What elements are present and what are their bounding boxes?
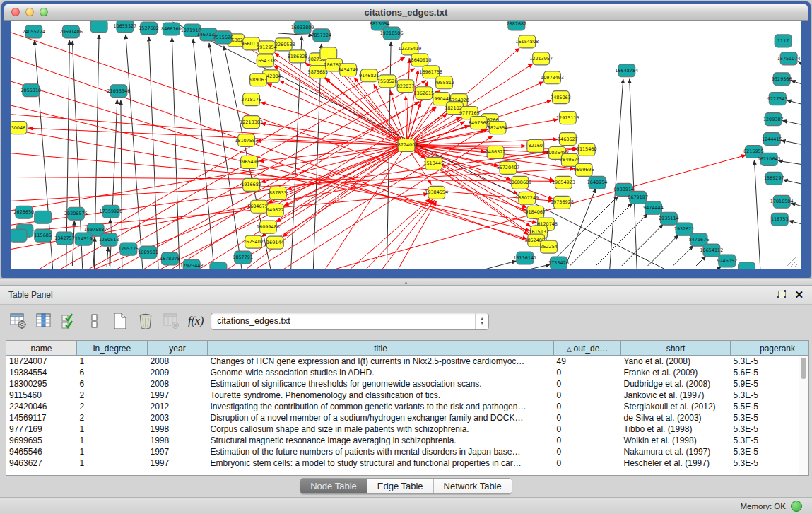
graph-node[interactable]: 12213383	[240, 116, 263, 129]
graph-node[interactable]: 1916682	[241, 178, 261, 191]
graph-node[interactable]: 9227343	[767, 93, 788, 105]
column-header-name[interactable]: name	[6, 341, 77, 356]
graph-node[interactable]	[35, 211, 52, 223]
window-titlebar[interactable]: citations_edges.txt	[4, 4, 808, 21]
graph-node[interactable]: 115685	[34, 229, 52, 242]
graph-node[interactable]: 1609581	[138, 246, 158, 259]
graph-node[interactable]: 10655327	[113, 21, 136, 33]
graph-node[interactable]	[210, 262, 227, 269]
graph-node[interactable]: 1654338	[255, 54, 276, 67]
table-settings-icon[interactable]	[7, 310, 30, 332]
graph-node[interactable]: 2935114	[659, 212, 679, 225]
graph-node[interactable]: 2687682	[507, 21, 527, 30]
graph-node[interactable]: 7485063	[551, 91, 571, 104]
table-row[interactable]: 911546021997Tourette syndrome. Phenomeno…	[6, 390, 809, 401]
graph-node[interactable]: 9474444	[643, 201, 664, 214]
graph-node[interactable]: 114519	[75, 233, 93, 245]
graph-node[interactable]: 12213957	[529, 52, 553, 65]
new-table-icon[interactable]	[109, 310, 131, 332]
graph-node[interactable]: 8454749	[338, 64, 358, 76]
table-scrollbar[interactable]	[799, 356, 808, 475]
graph-node[interactable]: 6497568	[469, 117, 489, 129]
split-pane-divider[interactable]: ▲	[0, 278, 812, 286]
graph-node[interactable]: 15751074	[777, 52, 801, 65]
graph-node[interactable]: 8186328	[288, 50, 308, 63]
graph-node[interactable]: 19218506	[380, 27, 404, 40]
graph-node[interactable]: 7932621	[674, 223, 695, 235]
graph-node[interactable]: 1527602	[139, 22, 159, 35]
scrollbar-thumb[interactable]	[801, 358, 806, 379]
float-panel-icon[interactable]	[777, 291, 786, 299]
graph-node[interactable]: 16099488	[257, 221, 280, 233]
column-header-out_de[interactable]: △out_de…	[554, 341, 621, 356]
graph-node[interactable]: 1795725	[118, 243, 139, 255]
table-row[interactable]: 946554611997Estimation of the future num…	[6, 446, 809, 457]
tab-node-table[interactable]: Node Table	[300, 479, 367, 493]
graph-node[interactable]: 9146821	[359, 69, 379, 82]
table-row[interactable]: 1938455462009Genome-wide association stu…	[6, 367, 809, 378]
graph-node[interactable]: 30046	[11, 122, 27, 134]
graph-node[interactable]: 2055310	[20, 84, 41, 97]
graph-node[interactable]: 19384554	[425, 186, 448, 199]
graph-node[interactable]: 19756928	[551, 196, 574, 209]
graph-node[interactable]: 169144	[266, 236, 284, 249]
graph-node[interactable]: 21053346	[107, 85, 131, 98]
graph-node[interactable]: 2718176	[241, 93, 261, 106]
graph-node[interactable]: 16648784	[615, 64, 638, 77]
table-selector-dropdown[interactable]: citations_edges.txt ▲▼	[211, 313, 489, 330]
dropdown-stepper-icon[interactable]: ▲▼	[475, 313, 488, 329]
graph-node[interactable]: 24055724	[22, 25, 45, 38]
graph-node[interactable]: 7625402	[243, 235, 264, 248]
graph-node[interactable]: 949822	[266, 204, 284, 216]
graph-node[interactable]: 9463627	[558, 133, 578, 146]
graph-node[interactable]: 18640910	[408, 54, 431, 66]
graph-node[interactable]: 7558520	[377, 75, 398, 88]
row-height-icon[interactable]	[83, 310, 106, 332]
graph-node[interactable]: 1342757	[54, 232, 75, 245]
graph-node[interactable]: 9245052	[717, 255, 737, 267]
graph-node[interactable]: 1965498	[239, 156, 259, 168]
graph-node[interactable]: 7515526	[213, 31, 234, 44]
graph-node[interactable]: 9329366	[772, 73, 792, 86]
column-header-pagerank[interactable]: pagerank	[731, 341, 810, 356]
graph-node[interactable]: 6679197	[628, 191, 648, 204]
graph-node[interactable]: 17359928	[100, 205, 123, 218]
graph-node[interactable]: 3824554	[488, 122, 508, 134]
graph-node[interactable]: 2626650	[14, 206, 35, 218]
graph-node[interactable]: 1250513	[99, 233, 119, 246]
graph-node[interactable]: 1244415	[762, 133, 782, 146]
graph-node[interactable]: 12923448	[180, 259, 204, 269]
table-row[interactable]: 969969511998Structural magnetic resonanc…	[6, 435, 809, 446]
column-header-title[interactable]: title	[208, 341, 554, 356]
graph-node[interactable]: 16154808	[515, 35, 539, 48]
function-builder-icon[interactable]: f(x)	[188, 315, 204, 327]
graph-node[interactable]: 1209387	[763, 113, 784, 126]
graph-node[interactable]: 252254	[540, 240, 558, 253]
graph-node[interactable]: 18807249	[515, 192, 539, 204]
graph-node[interactable]: 16033809	[291, 21, 314, 34]
table-row[interactable]: 946362711997Embryonic stem cells: a mode…	[6, 457, 809, 469]
graph-node[interactable]: 82160	[527, 140, 544, 153]
graph-node[interactable]: 19654923	[552, 176, 575, 189]
graph-node[interactable]: 10973493	[541, 71, 564, 84]
graph-node[interactable]: 12325419	[399, 42, 422, 55]
graph-node[interactable]: 822037	[397, 80, 415, 93]
graph-node[interactable]: 18724007	[395, 139, 418, 152]
table-row[interactable]: 1872400712008Changes of HCN gene express…	[6, 356, 809, 368]
graph-node[interactable]: 9699695	[574, 163, 594, 176]
graph-node[interactable]: 20691406	[59, 25, 83, 38]
graph-node[interactable]: 10688609	[508, 176, 531, 189]
graph-node[interactable]: 20206575	[64, 207, 88, 220]
column-header-short[interactable]: short	[621, 341, 731, 356]
graph-node[interactable]	[90, 21, 107, 33]
graph-node[interactable]	[739, 262, 755, 269]
graph-node[interactable]: 1569297	[764, 172, 784, 185]
graph-node[interactable]: 1640954	[587, 176, 608, 189]
table-row[interactable]: 1456911722003Disruption of a novel membe…	[6, 412, 809, 424]
graph-node[interactable]: 7486322	[486, 146, 506, 158]
graph-node[interactable]: 8466160	[161, 23, 182, 35]
graph-node[interactable]: 17016504	[770, 195, 794, 208]
graph-node[interactable]	[320, 47, 337, 60]
tab-edge-table[interactable]: Edge Table	[367, 479, 434, 493]
table-row[interactable]: 1830029562008Estimation of significance …	[6, 378, 809, 390]
